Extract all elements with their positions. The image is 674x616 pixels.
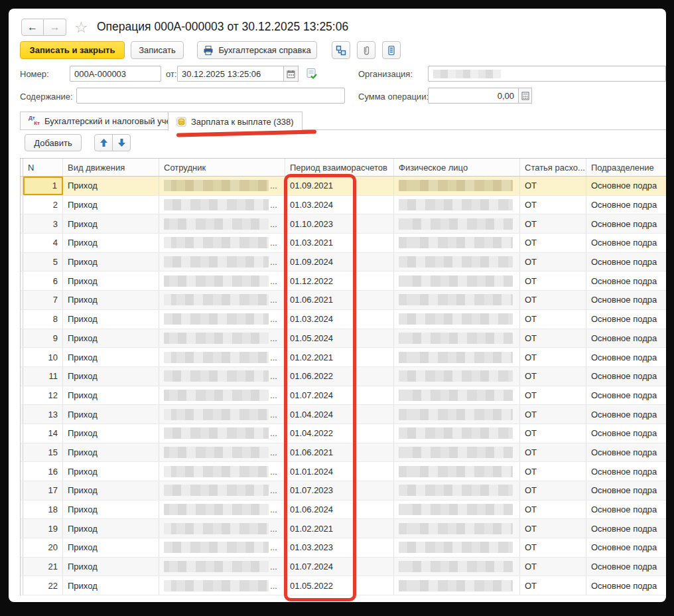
save-and-close-button[interactable]: Записать и закрыть (20, 41, 125, 59)
person-redacted (399, 237, 513, 248)
cell-movement: Приход (63, 538, 159, 557)
person-redacted (399, 256, 513, 268)
table-row[interactable]: 6 Приход ... 01.12.2022 ОТ Основное подр… (21, 271, 666, 291)
reports-button[interactable] (382, 41, 401, 59)
table-row[interactable]: 21 Приход ... 01.07.2024 ОТ Основное под… (21, 558, 666, 577)
cell-expense: ОТ (520, 291, 586, 309)
cell-n: 20 (23, 538, 63, 557)
cell-person (394, 177, 520, 195)
cell-employee: ... (159, 348, 285, 366)
amount-field[interactable]: 0,00 (428, 88, 518, 104)
forward-arrow-icon: → (50, 21, 60, 33)
cell-movement: Приход (63, 291, 159, 309)
cell-employee: ... (159, 271, 285, 290)
person-redacted (399, 409, 513, 420)
content-label: Содержание: (20, 92, 73, 102)
calendar-icon (287, 70, 295, 78)
cell-period: 01.03.2024 (285, 310, 394, 329)
person-redacted (399, 352, 513, 363)
col-header-employee[interactable]: Сотрудник (159, 159, 285, 176)
table-row[interactable]: 15 Приход ... 01.06.2021 ОТ Основное под… (21, 443, 666, 463)
forward-button[interactable]: → (44, 19, 66, 36)
col-header-person[interactable]: Физическое лицо (394, 159, 520, 176)
table-row[interactable]: 18 Приход ... 01.06.2024 ОТ Основное под… (21, 501, 666, 520)
cell-expense: ОТ (520, 558, 586, 576)
person-redacted (399, 447, 513, 458)
save-button[interactable]: Записать (131, 41, 184, 59)
table-row[interactable]: 4 Приход ... 01.03.2021 ОТ Основное подр… (21, 234, 666, 253)
table-row[interactable]: 14 Приход ... 01.04.2022 ОТ Основное под… (21, 424, 666, 443)
cell-period: 01.03.2024 (285, 196, 394, 214)
table-row[interactable]: 12 Приход ... 01.07.2024 ОТ Основное под… (21, 386, 666, 406)
employee-redacted (164, 256, 269, 268)
attachments-button[interactable] (357, 41, 375, 59)
content-field[interactable] (76, 88, 345, 104)
table-row[interactable]: 10 Приход ... 01.02.2021 ОТ Основное под… (21, 348, 666, 367)
employee-redacted (164, 561, 269, 572)
calculator-button[interactable] (518, 88, 532, 104)
cell-movement: Приход (63, 177, 159, 195)
table-row[interactable]: 22 Приход ... 01.05.2022 ОТ Основное под… (21, 576, 666, 595)
number-field[interactable]: 000А-000003 (70, 66, 161, 82)
person-redacted (399, 180, 513, 191)
table-row[interactable]: 16 Приход ... 01.01.2024 ОТ Основное под… (21, 462, 666, 481)
cell-period: 01.09.2024 (285, 253, 394, 271)
col-header-n[interactable]: N (23, 159, 63, 176)
col-header-division[interactable]: Подразделение (586, 159, 666, 176)
accounting-reference-button[interactable]: Бухгалтерская справка (197, 41, 317, 59)
add-row-button[interactable]: Добавить (25, 134, 82, 151)
date-picker-button[interactable] (283, 66, 299, 82)
person-redacted (399, 199, 513, 210)
cell-expense: ОТ (520, 576, 586, 595)
cell-person (394, 538, 520, 557)
col-header-expense[interactable]: Статья расхо... (520, 159, 586, 176)
cell-movement: Приход (63, 462, 159, 481)
table-row[interactable]: 7 Приход ... 01.06.2021 ОТ Основное подр… (21, 291, 666, 310)
date-field[interactable]: 30.12.2025 13:25:06 (177, 66, 283, 82)
tab-salary-payable[interactable]: Зарплата к выплате (338) (168, 112, 303, 131)
table-row[interactable]: 19 Приход ... 01.02.2021 ОТ Основное под… (21, 519, 666, 538)
cell-person (394, 271, 520, 290)
person-redacted (399, 542, 513, 553)
back-button[interactable]: ← (21, 19, 44, 36)
person-redacted (399, 333, 513, 344)
related-documents-button[interactable] (332, 41, 350, 59)
cell-movement: Приход (63, 558, 159, 576)
cell-employee: ... (159, 405, 285, 424)
employee-redacted (164, 542, 269, 553)
cell-n: 15 (23, 443, 63, 462)
favorite-star-icon[interactable]: ☆ (74, 19, 88, 36)
table-row[interactable]: 13 Приход ... 01.04.2024 ОТ Основное под… (21, 405, 666, 424)
calculator-icon (521, 92, 529, 100)
table-row[interactable]: 1 Приход ... 01.09.2021 ОТ Основное подр… (21, 177, 666, 196)
employee-redacted (164, 370, 269, 382)
cell-employee: ... (159, 538, 285, 557)
organization-field[interactable] (428, 66, 666, 82)
cell-person (394, 253, 520, 271)
table-row[interactable]: 2 Приход ... 01.03.2024 ОТ Основное подр… (21, 196, 666, 215)
tab-accounting[interactable]: ДтКт Бухгалтерский и налоговый учет (20, 112, 183, 130)
cell-period: 01.06.2022 (285, 367, 394, 386)
col-header-movement[interactable]: Вид движения (63, 159, 159, 176)
move-up-button[interactable] (94, 134, 113, 151)
cell-employee: ... (159, 462, 285, 481)
cell-n: 22 (23, 576, 63, 595)
col-header-period[interactable]: Период взаиморасчетов (285, 159, 394, 176)
cell-movement: Приход (63, 481, 159, 500)
move-down-button[interactable] (112, 134, 131, 151)
table-row[interactable]: 5 Приход ... 01.09.2024 ОТ Основное подр… (21, 253, 666, 272)
table-row[interactable]: 11 Приход ... 01.06.2022 ОТ Основное под… (21, 367, 666, 386)
cell-division: Основное подра (586, 196, 666, 214)
table-row[interactable]: 20 Приход ... 01.03.2023 ОТ Основное под… (21, 538, 666, 558)
cell-period: 01.07.2023 (285, 481, 394, 500)
cell-employee: ... (159, 177, 285, 195)
table-row[interactable]: 9 Приход ... 01.05.2024 ОТ Основное подр… (21, 329, 666, 348)
cell-period: 01.05.2022 (285, 576, 394, 595)
cell-expense: ОТ (520, 253, 586, 271)
person-redacted (399, 523, 513, 534)
set-current-time-button[interactable] (305, 67, 318, 83)
table-row[interactable]: 17 Приход ... 01.07.2023 ОТ Основное под… (21, 481, 666, 501)
employee-redacted (164, 237, 269, 248)
table-row[interactable]: 8 Приход ... 01.03.2024 ОТ Основное подр… (21, 310, 666, 329)
table-row[interactable]: 3 Приход ... 01.10.2023 ОТ Основное подр… (21, 214, 666, 234)
